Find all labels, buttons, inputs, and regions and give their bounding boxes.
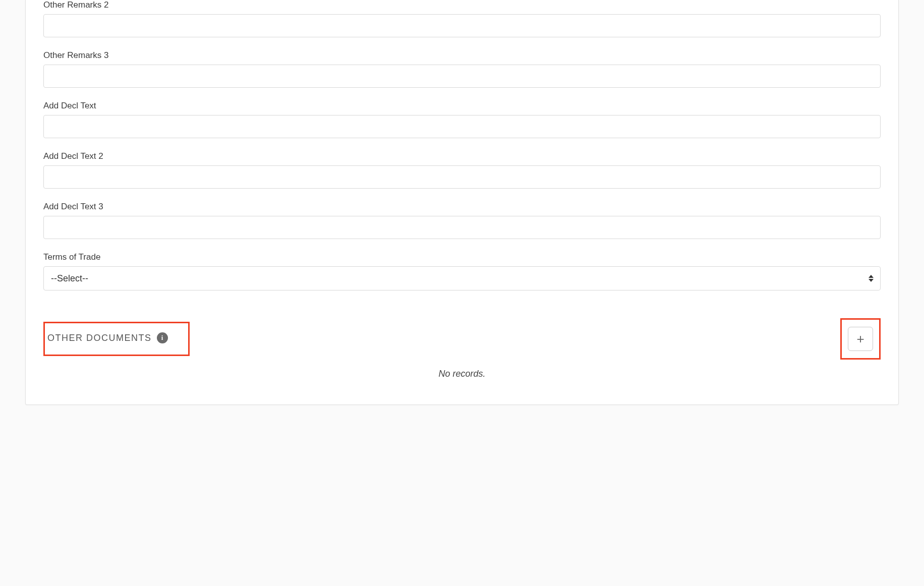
section-other-documents-header: OTHER DOCUMENTS i +: [43, 318, 881, 360]
field-add-decl-text-2: Add Decl Text 2: [43, 151, 881, 189]
input-add-decl-text[interactable]: [43, 115, 881, 138]
input-add-decl-text-2[interactable]: [43, 165, 881, 189]
form-card: Other Remarks 2 Other Remarks 3 Add Decl…: [25, 0, 899, 405]
label-other-remarks-2: Other Remarks 2: [43, 0, 881, 10]
label-terms-of-trade: Terms of Trade: [43, 252, 881, 262]
no-records-text: No records.: [43, 369, 881, 379]
input-other-remarks-2[interactable]: [43, 14, 881, 37]
field-terms-of-trade: Terms of Trade --Select--: [43, 252, 881, 290]
label-add-decl-text-2: Add Decl Text 2: [43, 151, 881, 161]
label-other-remarks-3: Other Remarks 3: [43, 50, 881, 61]
input-other-remarks-3[interactable]: [43, 65, 881, 88]
select-terms-of-trade[interactable]: --Select--: [43, 266, 881, 290]
select-wrapper-terms-of-trade: --Select--: [43, 266, 881, 290]
label-add-decl-text: Add Decl Text: [43, 101, 881, 111]
section-title-highlight: OTHER DOCUMENTS i: [43, 322, 190, 356]
input-add-decl-text-3[interactable]: [43, 216, 881, 239]
add-document-button[interactable]: +: [848, 327, 873, 351]
field-add-decl-text-3: Add Decl Text 3: [43, 202, 881, 239]
section-title-other-documents: OTHER DOCUMENTS: [47, 333, 152, 343]
info-icon[interactable]: i: [157, 332, 168, 343]
field-other-remarks-3: Other Remarks 3: [43, 50, 881, 88]
page-container: Other Remarks 2 Other Remarks 3 Add Decl…: [0, 0, 924, 425]
label-add-decl-text-3: Add Decl Text 3: [43, 202, 881, 212]
add-button-highlight: +: [840, 318, 881, 360]
field-other-remarks-2: Other Remarks 2: [43, 0, 881, 37]
field-add-decl-text: Add Decl Text: [43, 101, 881, 138]
plus-icon: +: [856, 332, 864, 345]
